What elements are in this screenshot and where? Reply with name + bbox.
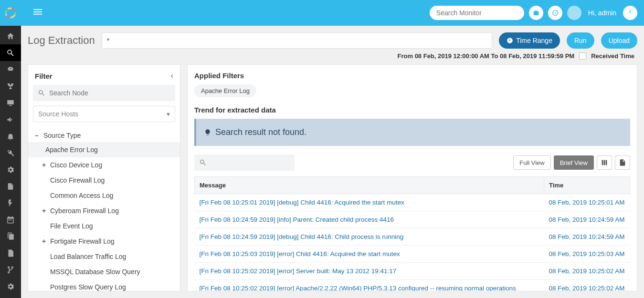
source-type-label: Cisco Device Log — [50, 161, 102, 169]
source-type-item[interactable]: File Event Log — [33, 218, 175, 234]
briefcase-icon[interactable] — [529, 6, 543, 20]
source-type-item[interactable]: Apache Error Log — [28, 142, 180, 157]
search-notice: Search result not found. — [194, 119, 630, 146]
cell-message: [Fri Feb 08 10:25:03 2019] [error] Child… — [195, 246, 544, 263]
source-hosts-select[interactable]: Source Hosts ▾ — [33, 106, 175, 122]
search-node-input[interactable] — [49, 89, 170, 97]
nav-export[interactable] — [0, 178, 21, 195]
cell-message: [Fri Feb 08 10:24:59 2019] [debug] Child… — [195, 228, 544, 246]
source-type-item[interactable]: Common Access Log — [33, 188, 175, 203]
nav-search[interactable] — [0, 44, 21, 61]
nav-document[interactable] — [0, 245, 21, 261]
plus-icon: + — [42, 161, 46, 169]
col-message[interactable]: Message — [195, 177, 544, 194]
nav-alerts[interactable] — [0, 128, 21, 144]
minus-icon: – — [34, 132, 40, 139]
nav-branch[interactable] — [0, 261, 21, 278]
search-icon — [38, 89, 45, 97]
upload-button[interactable]: Upload — [601, 32, 637, 49]
source-type-label: Load Balancer Traffic Log — [50, 253, 126, 260]
source-type-label: File Event Log — [50, 222, 93, 230]
source-type-label: Cyberoam Firewall Log — [50, 207, 119, 215]
menu-toggle-icon[interactable] — [33, 8, 42, 19]
source-type-label: Source Type — [43, 132, 81, 139]
table-row[interactable]: [Fri Feb 08 10:25:02 2019] [error] Serve… — [195, 263, 630, 280]
svg-point-8 — [555, 12, 556, 14]
source-type-toggle[interactable]: – Source Type — [33, 129, 175, 142]
cell-time: 08 Feb, 2019 10:25:02 AM — [544, 280, 630, 292]
source-type-item[interactable]: Postgres Slow Query Log — [33, 279, 175, 291]
source-type-label: Fortigate Firewall Log — [50, 237, 115, 245]
applied-filter-chip[interactable]: Apache Error Log — [194, 84, 256, 97]
search-node-field[interactable] — [33, 85, 175, 101]
cell-time: 08 Feb, 2019 10:25:02 AM — [544, 263, 630, 280]
col-time[interactable]: Time — [544, 177, 630, 194]
time-range-text: From 08 Feb, 2019 12:00:00 AM To 08 Feb,… — [398, 52, 575, 60]
nav-home[interactable] — [0, 28, 21, 44]
table-row[interactable]: [Fri Feb 08 10:25:02 2019] [error] Apach… — [195, 280, 630, 292]
nav-settings[interactable] — [0, 161, 21, 178]
source-type-item[interactable]: +Fortigate Firewall Log — [33, 234, 175, 249]
nav-flash[interactable] — [0, 195, 21, 211]
nav-network[interactable] — [0, 78, 21, 94]
results-panel: Applied Filters Apache Error Log Trend f… — [187, 64, 637, 291]
source-type-item[interactable]: MSSQL Database Slow Query — [33, 264, 175, 279]
svg-rect-11 — [606, 160, 607, 165]
received-time-checkbox[interactable] — [579, 52, 586, 60]
cell-time: 08 Feb, 2019 10:25:03 AM — [544, 246, 630, 263]
time-range-button[interactable]: Time Range — [499, 32, 560, 49]
user-avatar[interactable] — [567, 6, 581, 20]
cell-time: 08 Feb, 2019 10:24:59 AM — [544, 211, 630, 228]
columns-icon[interactable] — [597, 155, 612, 170]
notice-text: Search result not found. — [215, 127, 306, 137]
brief-view-button[interactable]: Brief View — [554, 155, 594, 170]
svg-rect-6 — [33, 13, 42, 14]
nav-sidebar — [0, 26, 21, 298]
topbar: Hi, admin — [0, 0, 644, 26]
app-logo — [0, 0, 21, 26]
filter-panel: Filter ‹ Source Hosts ▾ – Source Type — [28, 64, 180, 291]
collapse-filter-icon[interactable]: ‹ — [171, 72, 173, 80]
source-type-label: Postgres Slow Query Log — [50, 283, 126, 291]
table-row[interactable]: [Fri Feb 08 10:25:03 2019] [error] Child… — [195, 246, 630, 263]
source-type-item[interactable]: Cisco Firewall Log — [33, 173, 175, 188]
global-search-input[interactable] — [436, 9, 520, 17]
table-row[interactable]: [Fri Feb 08 10:24:59 2019] [info] Parent… — [195, 211, 630, 228]
main-content: Log Extraction Time Range Run Upload Fro… — [21, 26, 644, 298]
source-type-item[interactable]: +Cyberoam Firewall Log — [33, 203, 175, 218]
search-icon — [520, 9, 521, 17]
target-icon[interactable] — [548, 6, 562, 20]
power-icon[interactable] — [623, 6, 637, 20]
nav-announce[interactable] — [0, 111, 21, 128]
nav-dashboard[interactable] — [0, 61, 21, 78]
nav-monitor[interactable] — [0, 94, 21, 111]
applied-filters-title: Applied Filters — [194, 72, 630, 80]
time-range-label: Time Range — [516, 37, 552, 44]
source-type-item[interactable]: +Cisco Device Log — [33, 157, 175, 173]
log-table: Message Time [Fri Feb 08 10:25:01 2019] … — [194, 176, 630, 291]
nav-calendar[interactable] — [0, 211, 21, 228]
cell-message: [Fri Feb 08 10:25:01 2019] [debug] Child… — [195, 194, 544, 211]
export-icon[interactable] — [615, 155, 630, 170]
nav-admin[interactable] — [0, 278, 21, 295]
table-row[interactable]: [Fri Feb 08 10:25:01 2019] [debug] Child… — [195, 194, 630, 211]
cell-message: [Fri Feb 08 10:24:59 2019] [info] Parent… — [195, 211, 544, 228]
svg-rect-9 — [602, 160, 603, 165]
source-type-label: MSSQL Database Slow Query — [50, 268, 140, 276]
table-row[interactable]: [Fri Feb 08 10:24:59 2019] [debug] Child… — [195, 228, 630, 246]
global-search[interactable] — [430, 6, 524, 20]
source-type-item[interactable]: Load Balancer Traffic Log — [33, 249, 175, 264]
lightbulb-icon — [204, 129, 211, 136]
search-icon — [199, 159, 207, 166]
full-view-button[interactable]: Full View — [513, 155, 551, 170]
source-type-list: Apache Error Log+Cisco Device LogCisco F… — [33, 142, 175, 291]
nav-copy[interactable] — [0, 228, 21, 245]
trend-title: Trend for extracted data — [194, 106, 630, 114]
cell-time: 08 Feb, 2019 10:24:59 AM — [544, 228, 630, 246]
run-button[interactable]: Run — [567, 32, 594, 49]
query-input[interactable] — [102, 32, 493, 49]
source-type-label: Common Access Log — [50, 192, 113, 199]
cell-time: 08 Feb, 2019 10:25:01 AM — [544, 194, 630, 211]
nav-tools[interactable] — [0, 144, 21, 161]
results-search[interactable] — [194, 154, 295, 171]
